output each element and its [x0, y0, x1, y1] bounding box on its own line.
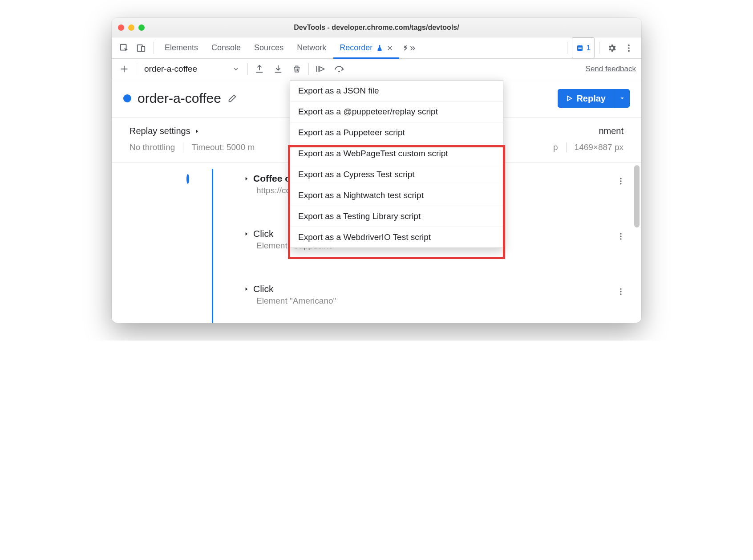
send-feedback-link[interactable]: Send feedback	[586, 65, 636, 73]
export-menu-item[interactable]: Export as a JSON file	[290, 81, 503, 101]
environment-label-partial: nment	[599, 126, 623, 136]
svg-point-8	[628, 50, 630, 52]
divider	[136, 63, 136, 75]
tab-label: Sources	[254, 43, 283, 53]
recording-status-dot	[123, 94, 131, 102]
export-menu-item[interactable]: Export as a Puppeteer script	[290, 122, 503, 143]
setting-mid-partial: p	[553, 142, 558, 152]
step-subtitle: Element "Americano"	[221, 296, 336, 306]
continue-icon[interactable]	[313, 62, 328, 76]
step-kebab-icon[interactable]	[616, 287, 625, 296]
import-icon[interactable]	[271, 62, 285, 76]
kebab-menu-icon[interactable]	[621, 37, 637, 58]
tab-label: Elements	[165, 43, 198, 53]
issues-button[interactable]: 1	[572, 37, 595, 58]
throttling-value[interactable]: No throttling	[130, 142, 175, 152]
tab-label: Recorder	[340, 43, 372, 53]
step-row[interactable]: Click Element "Americano"	[221, 283, 623, 307]
export-item-label: Export as a WebPageTest custom script	[298, 149, 448, 158]
tab-network[interactable]: Network	[291, 37, 332, 58]
svg-point-9	[338, 70, 340, 72]
export-item-label: Export as a JSON file	[298, 86, 379, 95]
step-kebab-icon[interactable]	[616, 177, 625, 186]
export-item-label: Export as a Nightwatch test script	[298, 191, 424, 200]
tab-sources[interactable]: Sources	[248, 37, 290, 58]
svg-point-10	[620, 178, 621, 179]
svg-rect-2	[142, 46, 145, 51]
devtools-window: DevTools - developer.chrome.com/tags/dev…	[112, 18, 641, 323]
new-recording-icon[interactable]	[117, 62, 131, 76]
issues-icon	[576, 44, 584, 52]
play-icon	[566, 95, 573, 102]
divider	[599, 42, 599, 54]
export-menu-item[interactable]: Export as a WebPageTest custom script	[290, 143, 503, 164]
export-menu-item[interactable]: Export as a @puppeteer/replay script	[290, 101, 503, 122]
export-item-label: Export as a Puppeteer script	[298, 128, 405, 137]
inspect-element-icon[interactable]	[116, 37, 132, 58]
timeout-value[interactable]: Timeout: 5000 m	[191, 142, 255, 152]
replay-button[interactable]: Replay	[558, 89, 630, 108]
svg-point-17	[620, 291, 621, 292]
zoom-window-button[interactable]	[138, 24, 145, 31]
export-icon[interactable]	[252, 62, 267, 76]
replay-label: Replay	[576, 93, 606, 104]
traffic-lights	[118, 24, 145, 31]
step-marker	[130, 236, 147, 243]
recorder-toolbar: order-a-coffee Send feedback	[112, 59, 641, 79]
delete-icon[interactable]	[290, 62, 304, 76]
close-window-button[interactable]	[118, 24, 124, 31]
toggle-device-icon[interactable]	[133, 37, 149, 58]
recording-title: order-a-coffee	[138, 91, 221, 106]
issues-count: 1	[587, 44, 591, 52]
tab-console[interactable]: Console	[205, 37, 247, 58]
devtools-tabbar: Elements Console Sources Network Recorde…	[112, 37, 641, 59]
settings-gear-icon[interactable]	[604, 37, 620, 58]
export-item-label: Export as a Cypress Test script	[298, 170, 415, 179]
export-menu-item[interactable]: Export as a Testing Library script	[290, 206, 503, 227]
replay-settings-toggle[interactable]: Replay settings	[130, 126, 199, 136]
close-tab-icon[interactable]	[387, 45, 393, 51]
export-menu: Export as a JSON file Export as a @puppe…	[290, 80, 503, 248]
export-item-label: Export as a @puppeteer/replay script	[298, 107, 438, 116]
export-menu-item[interactable]: Export as a Nightwatch test script	[290, 185, 503, 206]
recording-select-value: order-a-coffee	[144, 64, 197, 74]
replay-settings-label: Replay settings	[130, 126, 190, 136]
svg-point-15	[620, 238, 621, 239]
svg-point-13	[620, 233, 621, 235]
export-menu-item[interactable]: Export as a WebdriverIO Test script	[290, 227, 503, 248]
svg-point-16	[620, 288, 621, 290]
divider	[183, 142, 183, 152]
divider	[567, 42, 567, 54]
more-tabs-icon[interactable]: »	[400, 37, 416, 58]
divider	[154, 42, 154, 54]
svg-point-12	[620, 183, 621, 184]
replay-button-chevron[interactable]	[614, 89, 630, 108]
step-marker	[130, 292, 147, 298]
export-item-label: Export as a Testing Library script	[298, 211, 421, 221]
step-title: Coffee c	[253, 173, 290, 184]
divider	[308, 63, 309, 75]
tab-elements[interactable]: Elements	[158, 37, 204, 58]
scrollbar[interactable]	[634, 165, 640, 320]
step-title: Click	[253, 284, 274, 294]
step-kebab-icon[interactable]	[616, 232, 625, 241]
minimize-window-button[interactable]	[128, 24, 134, 31]
recording-select[interactable]: order-a-coffee	[141, 64, 243, 74]
export-menu-item[interactable]: Export as a Cypress Test script	[290, 164, 503, 185]
chevron-right-icon	[244, 231, 249, 236]
step-subtitle: https://co	[221, 186, 291, 195]
tab-recorder[interactable]: Recorder	[333, 37, 399, 58]
chevron-right-icon	[244, 176, 249, 181]
replay-button-main[interactable]: Replay	[558, 89, 614, 108]
window-title: DevTools - developer.chrome.com/tags/dev…	[112, 24, 641, 32]
svg-rect-5	[578, 48, 582, 49]
tab-label: Network	[297, 43, 326, 53]
edit-name-icon[interactable]	[227, 93, 237, 103]
step-over-icon[interactable]	[332, 62, 346, 76]
svg-point-6	[628, 44, 630, 46]
viewport-value: 1469×887 px	[575, 142, 623, 152]
step-marker	[130, 174, 147, 184]
export-item-label: Export as a WebdriverIO Test script	[298, 232, 431, 242]
scrollbar-thumb[interactable]	[634, 165, 640, 227]
chevron-right-icon	[194, 129, 199, 134]
